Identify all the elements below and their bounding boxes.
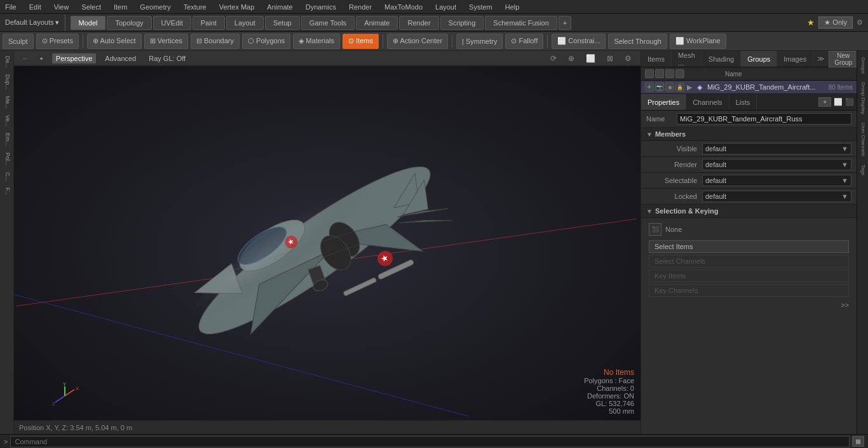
menu-dynamics[interactable]: Dynamics (303, 2, 339, 12)
vp-expand[interactable]: ▪▪ (19, 54, 31, 63)
tab-render[interactable]: Render (399, 16, 438, 30)
menu-edit[interactable]: Edit (27, 2, 44, 12)
menu-layout[interactable]: Layout (433, 2, 459, 12)
select-items-button[interactable]: Select Items (649, 240, 849, 253)
scene-tab-shading[interactable]: Shading (702, 51, 741, 67)
props-tab-properties[interactable]: Properties (641, 94, 686, 110)
lt-item-3[interactable]: Ve... (2, 112, 12, 129)
props-tab-lists[interactable]: Lists (729, 94, 757, 110)
tab-layout[interactable]: Layout (226, 16, 264, 30)
menu-animate[interactable]: Animate (264, 2, 295, 12)
menu-geometry[interactable]: Geometry (137, 2, 173, 12)
item-lock-icon[interactable]: 🔒 (675, 83, 684, 92)
menu-select[interactable]: Select (79, 2, 104, 12)
key-channels-button[interactable]: Key Channels (649, 284, 849, 297)
vp-ctrl-3[interactable]: ⬜ (582, 53, 599, 64)
vp-ctrl-1[interactable]: ⟳ (546, 53, 560, 64)
lt-item-2[interactable]: Me... (2, 93, 12, 111)
lt-item-7[interactable]: F... (2, 185, 12, 198)
viewport-canvas[interactable]: ★ ★ (14, 66, 641, 434)
menu-item[interactable]: Item (111, 2, 130, 12)
tab-setup[interactable]: Setup (265, 16, 300, 30)
scene-tab-items[interactable]: Items (641, 51, 672, 67)
new-group-button[interactable]: New Group (829, 51, 858, 67)
lt-item-6[interactable]: C... (2, 170, 12, 184)
expand-right-arrow[interactable]: >> (841, 301, 849, 309)
falloff-button[interactable]: ⊙ Falloff (505, 34, 543, 49)
auto-select-button[interactable]: ⊕ Auto Select (87, 34, 142, 49)
tab-add[interactable]: + (559, 16, 571, 30)
menu-texture[interactable]: Texture (181, 2, 209, 12)
select-channels-button[interactable]: Select Channels (649, 255, 849, 268)
menu-maxtomodo[interactable]: MaxToModo (382, 2, 425, 12)
lt-item-4[interactable]: Em... (2, 130, 12, 149)
only-button[interactable]: ★ Only (818, 17, 853, 29)
lt-item-5[interactable]: Pol... (2, 150, 12, 168)
command-input[interactable] (10, 436, 850, 447)
polygons-button[interactable]: ⬡ Polygons (242, 34, 290, 49)
tab-paint[interactable]: Paint (193, 16, 225, 30)
scene-tab-groups[interactable]: Groups (741, 51, 777, 67)
workplane-button[interactable]: ⬜ WorkPlane (670, 34, 726, 49)
visible-dropdown[interactable]: default ▼ (702, 143, 851, 154)
tab-schematicfusion[interactable]: Schematic Fusion (485, 16, 557, 30)
tab-gametools[interactable]: Game Tools (301, 16, 355, 30)
props-collapse-icon[interactable]: ⬛ (845, 98, 854, 106)
menu-system[interactable]: System (466, 2, 495, 12)
vp-perspective[interactable]: Perspective (52, 53, 96, 64)
members-section-header[interactable]: ▼ Members (641, 128, 857, 141)
select-through-button[interactable]: Select Through (608, 34, 667, 49)
item-sel-icon[interactable]: ◉ (665, 83, 674, 92)
menu-render[interactable]: Render (346, 2, 374, 12)
vp-ctrl-4[interactable]: ⊠ (603, 53, 617, 64)
vp-advanced[interactable]: Advanced (101, 53, 140, 64)
materials-button[interactable]: ◈ Materials (293, 34, 340, 49)
menu-view[interactable]: View (51, 2, 72, 12)
sculpt-button[interactable]: Sculpt (3, 34, 34, 49)
vp-ctrl-5[interactable]: ⚙ (621, 53, 635, 64)
rst-groupdisplay[interactable]: Group Display (858, 78, 867, 118)
viewport[interactable]: ▪▪ ● Perspective Advanced Ray GL: Off ⟳ … (14, 51, 641, 434)
vp-raygl[interactable]: Ray GL: Off (145, 53, 189, 64)
symmetry-button[interactable]: | Symmetry (456, 34, 503, 49)
selectable-dropdown[interactable]: default ▼ (702, 175, 851, 186)
key-items-button[interactable]: Key Items (649, 269, 849, 282)
tab-uvedit[interactable]: UVEdit (153, 16, 191, 30)
item-render-icon[interactable]: 📷 (655, 83, 664, 92)
lt-item-0[interactable]: De... (2, 53, 12, 71)
keying-icon-grid[interactable]: ⬛ (649, 223, 661, 236)
tab-topology[interactable]: Topology (107, 16, 151, 30)
tab-animate[interactable]: Animate (356, 16, 398, 30)
boundary-button[interactable]: ⊟ Boundary (191, 34, 240, 49)
props-tab-channels[interactable]: Channels (686, 94, 729, 110)
tab-model[interactable]: Model (71, 16, 106, 30)
items-button[interactable]: ⊙ Items (342, 34, 379, 49)
action-center-button[interactable]: ⊕ Action Center (387, 34, 448, 49)
menu-vertexmap[interactable]: Vertex Map (217, 2, 257, 12)
props-add-btn[interactable]: + (818, 97, 831, 107)
vertices-button[interactable]: ⊞ Vertices (144, 34, 188, 49)
item-eye-icon[interactable]: 👁 (645, 83, 654, 92)
command-exec-button[interactable]: ◼ (852, 436, 864, 447)
name-input[interactable] (677, 113, 851, 125)
rst-groups[interactable]: Groups (858, 53, 867, 78)
props-expand-icon[interactable]: ⬜ (834, 98, 843, 106)
lt-item-1[interactable]: Dup... (2, 72, 12, 92)
scene-item-mig29[interactable]: 👁 📷 ◉ 🔒 ▶ ◈ MiG_29_KUBR_Tandem_Aircraft.… (641, 81, 857, 94)
locked-dropdown[interactable]: default ▼ (702, 191, 851, 202)
scene-tab-mesh[interactable]: Mesh ... (672, 51, 702, 67)
constrain-button[interactable]: ⬜ Constrai... (552, 34, 606, 49)
rst-tags[interactable]: Tags (858, 161, 867, 179)
scene-tab-images[interactable]: Images (777, 51, 813, 67)
sel-keying-header[interactable]: ▼ Selection & Keying (641, 205, 857, 218)
tab-scripting[interactable]: Scripting (440, 16, 484, 30)
render-dropdown[interactable]: default ▼ (702, 159, 851, 170)
vp-ctrl-2[interactable]: ⊕ (564, 53, 578, 64)
settings-icon[interactable]: ⚙ (857, 18, 863, 27)
rst-userchannels[interactable]: User Channels (858, 119, 867, 160)
scene-expand-btn[interactable]: ≫ (813, 55, 829, 63)
menu-help[interactable]: Help (503, 2, 522, 12)
presets-button[interactable]: ⊙ Presets (36, 34, 79, 49)
menu-file[interactable]: File (3, 2, 19, 12)
default-layouts-dropdown[interactable]: Default Layouts ▾ (0, 14, 65, 31)
